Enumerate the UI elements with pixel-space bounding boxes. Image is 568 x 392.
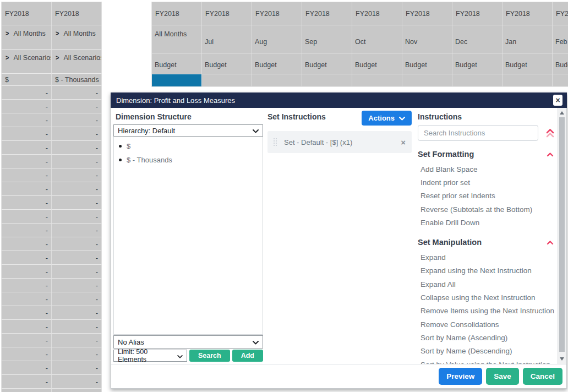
- data-cell[interactable]: -: [2, 375, 52, 389]
- instruction-item[interactable]: Collapse using the Next Instruction: [418, 291, 557, 304]
- data-cell[interactable]: -: [2, 86, 52, 100]
- data-cell[interactable]: -: [52, 182, 102, 196]
- data-cell[interactable]: -: [52, 389, 102, 392]
- data-cell[interactable]: -: [2, 306, 52, 320]
- year-header-cell[interactable]: FY2018: [553, 2, 568, 25]
- data-cell[interactable]: -: [52, 141, 102, 155]
- instruction-item[interactable]: Reverse (Subtotals at the Bottom): [418, 203, 557, 216]
- data-cell[interactable]: -: [2, 279, 52, 292]
- scenario-header-cell[interactable]: Budget: [503, 53, 553, 74]
- data-cell[interactable]: -: [52, 320, 102, 334]
- period-header-cell[interactable]: Sep: [302, 25, 352, 53]
- year-header-cell[interactable]: FY2018: [452, 2, 503, 25]
- element-list-item[interactable]: $: [114, 139, 263, 153]
- blank-cell[interactable]: [202, 74, 252, 87]
- period-header-cell[interactable]: Aug: [252, 25, 302, 53]
- left-header-cell[interactable]: FY2018: [2, 2, 52, 25]
- instruction-item[interactable]: Enable Drill Down: [418, 216, 557, 229]
- period-header-cell[interactable]: All Months: [152, 25, 202, 53]
- instruction-item[interactable]: Sort by Name (Ascending): [418, 331, 557, 344]
- blank-cell[interactable]: [402, 74, 452, 87]
- data-cell[interactable]: -: [2, 347, 52, 361]
- selected-cell[interactable]: [152, 74, 202, 87]
- save-button[interactable]: Save: [486, 368, 519, 385]
- scroll-down-icon[interactable]: [560, 357, 564, 361]
- data-cell[interactable]: -: [52, 279, 102, 292]
- year-header-cell[interactable]: FY2018: [302, 2, 352, 25]
- data-cell[interactable]: -: [2, 334, 52, 347]
- instruction-item[interactable]: Indent prior set: [418, 176, 557, 189]
- data-cell[interactable]: -: [52, 86, 102, 100]
- set-instruction-card[interactable]: Set - Default - [$] (x1)×: [267, 131, 412, 153]
- data-cell[interactable]: -: [52, 224, 102, 237]
- period-header-cell[interactable]: Nov: [402, 25, 452, 53]
- data-cell[interactable]: -: [2, 292, 52, 306]
- actions-button[interactable]: Actions: [362, 111, 412, 126]
- data-cell[interactable]: -: [2, 196, 52, 210]
- period-header-cell[interactable]: Dec: [452, 25, 503, 53]
- data-cell[interactable]: -: [2, 113, 52, 127]
- collapse-all-sections-icon[interactable]: [546, 128, 554, 138]
- data-cell[interactable]: -: [2, 251, 52, 265]
- cancel-button[interactable]: Cancel: [523, 368, 562, 385]
- instruction-item[interactable]: Add Blank Space: [418, 162, 557, 176]
- scenario-header-cell[interactable]: Budget: [553, 53, 568, 74]
- year-header-cell[interactable]: FY2018: [202, 2, 252, 25]
- scenario-header-cell[interactable]: Budget: [152, 53, 202, 74]
- blank-cell[interactable]: [352, 74, 402, 87]
- data-cell[interactable]: -: [2, 155, 52, 168]
- instruction-item[interactable]: Remove Items using the Next Instruction: [418, 304, 557, 318]
- left-header-cell[interactable]: >All Scenarios: [52, 50, 102, 74]
- period-header-cell[interactable]: Jul: [202, 25, 252, 53]
- left-header-cell[interactable]: >All Scenarios: [2, 50, 52, 74]
- drag-handle-icon[interactable]: [274, 138, 277, 146]
- scenario-header-cell[interactable]: Budget: [352, 53, 402, 74]
- remove-set-icon[interactable]: ×: [401, 138, 406, 147]
- data-cell[interactable]: -: [52, 375, 102, 389]
- instruction-item[interactable]: Sort by Value using the Next Instruction: [418, 358, 557, 364]
- blank-cell[interactable]: [452, 74, 503, 87]
- year-header-cell[interactable]: FY2018: [402, 2, 452, 25]
- period-header-cell[interactable]: Jan: [503, 25, 553, 53]
- hierarchy-select[interactable]: Hierarchy: Default: [113, 124, 263, 137]
- data-cell[interactable]: -: [52, 265, 102, 279]
- data-cell[interactable]: -: [52, 113, 102, 127]
- blank-cell[interactable]: [252, 74, 302, 87]
- year-header-cell[interactable]: FY2018: [152, 2, 202, 25]
- data-cell[interactable]: -: [2, 224, 52, 237]
- add-button[interactable]: Add: [232, 350, 263, 362]
- instruction-item[interactable]: Expand using the Next Instruction: [418, 264, 557, 277]
- data-cell[interactable]: -: [2, 168, 52, 182]
- element-list-item[interactable]: $ - Thousands: [114, 153, 263, 167]
- data-cell[interactable]: -: [52, 196, 102, 210]
- element-listbox[interactable]: $$ - Thousands: [113, 137, 263, 335]
- left-header-cell[interactable]: FY2018: [52, 2, 102, 25]
- left-header-cell[interactable]: $: [2, 74, 52, 86]
- modal-title-bar[interactable]: Dimension: Profit and Loss Measures ×: [111, 92, 567, 108]
- instruction-section-header[interactable]: Set Formatting: [418, 150, 554, 159]
- limit-select[interactable]: Limit: 500 Elements: [113, 350, 187, 362]
- data-cell[interactable]: -: [52, 251, 102, 265]
- data-cell[interactable]: -: [2, 100, 52, 113]
- data-cell[interactable]: -: [52, 168, 102, 182]
- instruction-section-header[interactable]: Set Manipulation: [418, 238, 554, 247]
- data-cell[interactable]: -: [52, 334, 102, 347]
- instruction-item[interactable]: Reset prior set Indents: [418, 189, 557, 203]
- left-header-cell[interactable]: $ - Thousands: [52, 74, 102, 86]
- year-header-cell[interactable]: FY2018: [503, 2, 553, 25]
- data-cell[interactable]: -: [52, 361, 102, 375]
- data-cell[interactable]: -: [52, 127, 102, 141]
- blank-cell[interactable]: [302, 74, 352, 87]
- data-cell[interactable]: -: [2, 265, 52, 279]
- data-cell[interactable]: -: [2, 210, 52, 224]
- scrollbar-thumb[interactable]: [559, 117, 565, 352]
- year-header-cell[interactable]: FY2018: [352, 2, 402, 25]
- period-header-cell[interactable]: Oct: [352, 25, 402, 53]
- data-cell[interactable]: -: [2, 237, 52, 251]
- blank-cell[interactable]: [503, 74, 553, 87]
- scenario-header-cell[interactable]: Budget: [452, 53, 503, 74]
- year-header-cell[interactable]: FY2018: [252, 2, 302, 25]
- preview-button[interactable]: Preview: [439, 368, 482, 385]
- instruction-item[interactable]: Expand All: [418, 277, 557, 291]
- data-cell[interactable]: -: [2, 361, 52, 375]
